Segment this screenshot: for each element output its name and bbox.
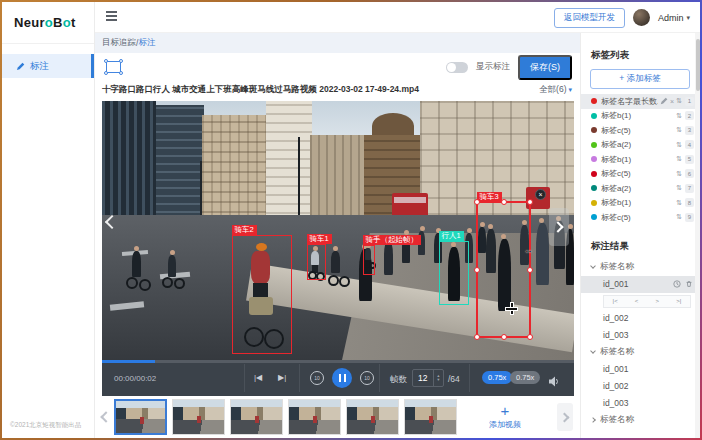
delete-box-button[interactable]: ×	[535, 189, 546, 200]
result-item[interactable]: id_001	[581, 361, 699, 378]
rewind-10-button[interactable]: 10	[310, 371, 324, 385]
video-frame[interactable]: 骑车2 骑车1 骑手（起始帧） 行人1 骑车3 × ↔	[102, 101, 574, 360]
prev-frame-icon[interactable]: <	[635, 298, 639, 304]
first-frame-icon[interactable]: |<	[613, 298, 618, 304]
resize-handle[interactable]	[527, 199, 533, 205]
tool-corner-dot	[104, 71, 108, 75]
collapse-menu-icon[interactable]	[106, 15, 117, 17]
result-group-collapsed[interactable]: 标签名称	[581, 412, 699, 429]
last-frame-icon[interactable]: >|	[676, 298, 681, 304]
add-video-button[interactable]: + 添加视频	[470, 396, 540, 438]
resize-handle[interactable]	[527, 267, 533, 273]
sort-icon[interactable]: ⇅	[676, 184, 682, 192]
add-tag-button[interactable]: + 添加标签	[590, 69, 690, 89]
chevron-right-icon	[590, 417, 596, 423]
resize-handle[interactable]	[474, 199, 480, 205]
video-thumbnail[interactable]	[404, 399, 457, 435]
bbox-pedestrian-1[interactable]: 行人1	[439, 241, 469, 305]
result-group[interactable]: 标签名称	[581, 344, 699, 361]
sort-icon[interactable]: ⇅	[676, 112, 682, 120]
sort-icon[interactable]: ⇅	[676, 213, 682, 221]
pause-button[interactable]	[332, 368, 352, 388]
tag-color-dot	[591, 214, 597, 220]
breadcrumb-parent[interactable]: 目标追踪	[102, 37, 136, 49]
video-thumbnail[interactable]	[172, 399, 225, 435]
sort-icon[interactable]: ⇅	[676, 170, 682, 178]
bbox-rider-startframe[interactable]: 骑手（起始帧）	[363, 245, 375, 275]
divider	[299, 364, 300, 392]
filmstrip-prev-chevron[interactable]	[100, 411, 111, 422]
frame-number-input[interactable]: 12 ▴▾	[412, 369, 444, 387]
bbox-label: 骑车3	[477, 192, 502, 202]
next-frame-icon[interactable]: >	[656, 298, 660, 304]
plus-icon: +	[501, 404, 510, 418]
prev-frame-button[interactable]: |◀	[254, 373, 262, 382]
tag-row-selected[interactable]: 标签名字最长数... × ⇅ 1	[581, 94, 699, 109]
filter-value: 全部(6)	[539, 84, 566, 96]
result-item[interactable]: id_003	[581, 395, 699, 412]
video-thumbnail-selected[interactable]	[114, 399, 167, 435]
result-item[interactable]: id_002	[581, 378, 699, 395]
speed-pill-inactive[interactable]: 0.75x	[510, 371, 540, 384]
resize-handle[interactable]	[501, 199, 507, 205]
back-to-model-dev-button[interactable]: 返回模型开发	[554, 8, 625, 28]
sidebar-item-annotate[interactable]: 标注	[2, 54, 94, 78]
tag-row[interactable]: 标签a(2)⇅7	[581, 181, 699, 196]
bbox-cyclist-3-selected[interactable]: 骑车3 × ↔	[476, 201, 531, 338]
tag-name: 标签a(2)	[601, 183, 674, 194]
sort-icon[interactable]: ⇅	[676, 199, 682, 207]
scene-building	[310, 135, 368, 223]
save-button[interactable]: 保存(S)	[518, 55, 572, 80]
tag-row[interactable]: 标签b(1)⇅5	[581, 152, 699, 167]
bbox-cyclist-1[interactable]: 骑车1	[307, 244, 326, 280]
resize-handle[interactable]	[501, 334, 507, 340]
show-annotation-toggle[interactable]	[446, 62, 468, 73]
screenshot-frame: NeuroBot 标注 ©2021北京矩视智能出品 返回模型开发 Admin▾ …	[0, 0, 702, 440]
sort-icon[interactable]: ⇅	[676, 141, 682, 149]
user-avatar[interactable]	[633, 9, 650, 26]
video-thumbnail[interactable]	[288, 399, 341, 435]
resize-handle[interactable]	[527, 334, 533, 340]
result-id: id_001	[603, 276, 669, 293]
forward-10-button[interactable]: 10	[360, 371, 374, 385]
resize-handle[interactable]	[474, 267, 480, 273]
result-group[interactable]: 标签名称	[581, 259, 699, 276]
delete-tag-icon[interactable]: ×	[670, 98, 674, 105]
stepper-down-icon[interactable]: ▾	[437, 378, 439, 383]
next-frame-button[interactable]: ▶|	[278, 373, 286, 382]
scrollbar[interactable]	[695, 33, 700, 438]
tag-row[interactable]: 标签c(5)⇅3	[581, 123, 699, 138]
scrollbar-thumb[interactable]	[696, 39, 700, 91]
result-item[interactable]: id_002	[581, 310, 699, 327]
tag-row[interactable]: 标签c(5)⇅9	[581, 210, 699, 225]
bbox-cyclist-2[interactable]: 骑车2	[232, 235, 292, 354]
history-icon[interactable]	[673, 280, 681, 288]
filmstrip-next-chevron[interactable]	[557, 403, 573, 431]
trash-icon[interactable]	[685, 280, 693, 288]
results-title: 标注结果	[591, 240, 689, 253]
sort-icon[interactable]: ⇅	[676, 97, 682, 105]
tag-row[interactable]: 标签b(1)⇅2	[581, 109, 699, 124]
result-item-selected[interactable]: id_001	[581, 276, 699, 293]
edit-tag-icon[interactable]	[660, 97, 668, 105]
user-menu[interactable]: Admin▾	[658, 13, 690, 23]
chevron-down-icon	[590, 263, 596, 269]
filter-dropdown[interactable]: 全部(6)▾	[539, 84, 572, 96]
tag-row[interactable]: 标签c(5)⇅6	[581, 167, 699, 182]
volume-icon[interactable]	[548, 373, 560, 391]
username: Admin	[658, 13, 684, 23]
tag-row[interactable]: 标签b(1)⇅8	[581, 196, 699, 211]
rect-select-tool-icon[interactable]	[106, 61, 121, 73]
speed-pill-active[interactable]: 0.75x	[482, 371, 512, 384]
progress-track[interactable]	[102, 360, 574, 363]
video-thumbnail[interactable]	[346, 399, 399, 435]
tag-row[interactable]: 标签a(2)⇅4	[581, 138, 699, 153]
video-thumbnail[interactable]	[230, 399, 283, 435]
tag-name: 标签c(5)	[601, 212, 674, 223]
sort-icon[interactable]: ⇅	[676, 126, 682, 134]
result-item[interactable]: id_003	[581, 327, 699, 344]
resize-handle[interactable]	[474, 334, 480, 340]
sort-icon[interactable]: ⇅	[676, 155, 682, 163]
next-video-chevron[interactable]	[549, 208, 569, 246]
frame-stepper[interactable]: ▴▾	[433, 370, 443, 386]
